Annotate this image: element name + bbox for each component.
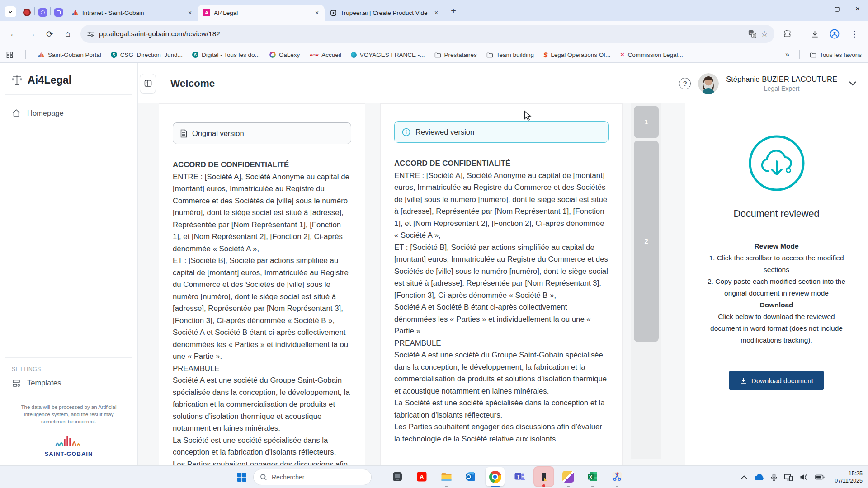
document-title: ACCORD DE CONFIDENTIALITÉ [394, 158, 609, 170]
back-button[interactable]: ← [6, 26, 21, 42]
address-bar[interactable]: pp.ailegal.saint-gobain.com/review/182 G… [80, 25, 774, 43]
info-icon [402, 128, 410, 136]
original-document-text: ACCORD DE CONFIDENTIALITÉ ENTRE : [Socié… [173, 159, 351, 465]
sidebar-item-templates[interactable]: Templates [0, 374, 137, 395]
site-settings-tune-icon[interactable] [87, 30, 94, 38]
bookmark-item[interactable]: ADP Accueil [309, 52, 341, 58]
date-text: 07/11/2025 [835, 477, 863, 484]
windows-logo-icon [237, 472, 247, 482]
bookmark-item[interactable]: S Legal Operations Of... [543, 51, 610, 58]
scroll-marker-1[interactable]: 1 [634, 106, 659, 138]
taskbar-teams-icon[interactable]: T [510, 467, 529, 486]
taskbar-acrobat-icon[interactable]: A [412, 467, 431, 486]
tray-expand-chevron-icon[interactable] [741, 475, 747, 479]
sidebar-item-homepage[interactable]: Homepage [0, 101, 137, 125]
bookmark-item[interactable]: ✕ Commission Legal... [620, 52, 683, 58]
bookmark-item[interactable]: VOYAGES FRANCE -... [351, 52, 425, 58]
document-paragraph: PREAMBULE [173, 363, 351, 375]
taskbar-search[interactable]: Rechercher [253, 469, 372, 485]
start-button[interactable] [234, 469, 250, 485]
bookmark-item[interactable]: S CSG_Direction_Jurid... [111, 52, 183, 58]
panel-collapse-icon [144, 80, 152, 87]
extensions-puzzle-icon[interactable] [779, 26, 795, 42]
pinned-tab-purple-circle[interactable] [35, 5, 50, 20]
minimize-button[interactable]: — [806, 0, 826, 18]
tab-intranet[interactable]: Intranet - Saint-Gobain × [66, 5, 198, 21]
taskbar-snipping-tool-icon[interactable] [608, 467, 627, 486]
toolbar-separator [801, 29, 801, 38]
document-paragraph: ENTRE : [Société A], Société Anonyme au … [394, 170, 609, 242]
app-logo[interactable]: Ai4Legal [0, 63, 137, 94]
tab-trupeer[interactable]: Trupeer.ai | Create Product Vide × [325, 5, 444, 21]
review-instructions: Review Mode 1. Click the scrollbar to ac… [702, 240, 851, 346]
taskbar-screen-recorder-icon[interactable] [534, 467, 553, 486]
tab-organize-button[interactable] [5, 6, 16, 17]
tab-title: AI4Legal [214, 9, 309, 16]
onedrive-icon[interactable] [754, 474, 764, 481]
bookmark-item[interactable]: Saint-Gobain Portal [38, 52, 101, 58]
trupeer-favicon [330, 9, 337, 16]
kebab-menu-icon[interactable]: ⋮ [847, 26, 862, 42]
bookmark-item[interactable]: Prestataires [434, 52, 477, 58]
avatar[interactable] [698, 73, 719, 94]
tab-ai4legal-active[interactable]: A AI4Legal × [198, 5, 325, 21]
sidebar-collapse-button[interactable] [140, 74, 156, 94]
reload-button[interactable]: ⟳ [42, 26, 57, 42]
taskbar-desktop-app-icon[interactable] [388, 467, 407, 486]
new-tab-button[interactable]: + [447, 5, 460, 17]
bookmark-star-icon[interactable]: ☆ [761, 29, 768, 39]
apps-grid-icon[interactable] [6, 52, 13, 58]
system-tray [741, 466, 825, 488]
taskbar-outlook-icon[interactable] [461, 467, 480, 486]
chevron-down-icon[interactable] [849, 81, 856, 86]
close-tab-icon[interactable]: × [432, 9, 440, 17]
bookmarks-overflow-chevron[interactable]: » [785, 51, 789, 59]
taskbar-excel-icon[interactable]: X [583, 467, 602, 486]
bookmark-label: Team building [496, 52, 534, 58]
download-document-button[interactable]: Download document [729, 371, 824, 390]
svg-text:X: X [589, 474, 593, 480]
download-section-title: Download [702, 299, 851, 311]
time-text: 15:25 [835, 470, 863, 477]
bookmark-item[interactable]: S Digital - Tous les do... [192, 52, 260, 58]
maximize-button[interactable] [826, 0, 847, 18]
taskbar-apps: A T X [388, 466, 627, 488]
taskbar-whiteboard-icon[interactable] [559, 467, 578, 486]
voyages-icon [351, 52, 357, 58]
translate-icon[interactable]: G [748, 30, 756, 38]
bookmark-label: Accueil [321, 52, 341, 58]
taskbar-chrome-icon[interactable] [486, 467, 505, 486]
document-paragraph: ET : [Société B], Société par actions si… [173, 255, 351, 327]
close-tab-icon[interactable]: × [313, 9, 321, 17]
help-icon[interactable]: ? [679, 78, 691, 89]
close-tab-icon[interactable]: × [186, 9, 194, 17]
forward-button[interactable]: → [24, 26, 39, 42]
home-button[interactable]: ⌂ [60, 26, 75, 42]
battery-icon[interactable] [815, 474, 825, 480]
bookmark-item[interactable]: Team building [486, 52, 534, 58]
search-icon [260, 474, 267, 481]
modified-sections-scrollbar[interactable]: 1 2 [631, 103, 661, 459]
commission-x-icon: ✕ [620, 52, 624, 58]
pinned-tab-recording[interactable] [19, 5, 34, 20]
downloads-icon[interactable] [807, 26, 822, 42]
user-block[interactable]: Stéphanie BUZIER LACOUTURE Legal Expert [726, 75, 837, 92]
download-icon [740, 377, 747, 385]
speaker-icon[interactable] [800, 474, 808, 481]
saint-gobain-logo: SAINT-GOBAIN [0, 430, 137, 465]
taskbar-clock[interactable]: 15:25 07/11/2025 [835, 466, 863, 488]
close-window-button[interactable]: × [847, 0, 868, 18]
legal-ops-icon: S [543, 51, 548, 58]
scroll-marker-2[interactable]: 2 [634, 141, 659, 342]
saint-gobain-skyline-icon [72, 9, 79, 16]
pinned-tab-purple-square[interactable] [51, 5, 66, 20]
bookmark-label: Legal Operations Of... [551, 52, 610, 58]
user-name: Stéphanie BUZIER LACOUTURE [726, 75, 837, 84]
taskbar-file-explorer-icon[interactable] [437, 467, 456, 486]
display-device-icon[interactable] [784, 474, 793, 481]
bookmark-item[interactable]: GaLexy [269, 52, 300, 58]
all-bookmarks-folder[interactable]: Tous les favoris [810, 52, 862, 58]
microphone-icon[interactable] [771, 473, 777, 481]
url-text[interactable]: pp.ailegal.saint-gobain.com/review/182 [99, 30, 744, 38]
profile-avatar-icon[interactable] [827, 26, 842, 42]
